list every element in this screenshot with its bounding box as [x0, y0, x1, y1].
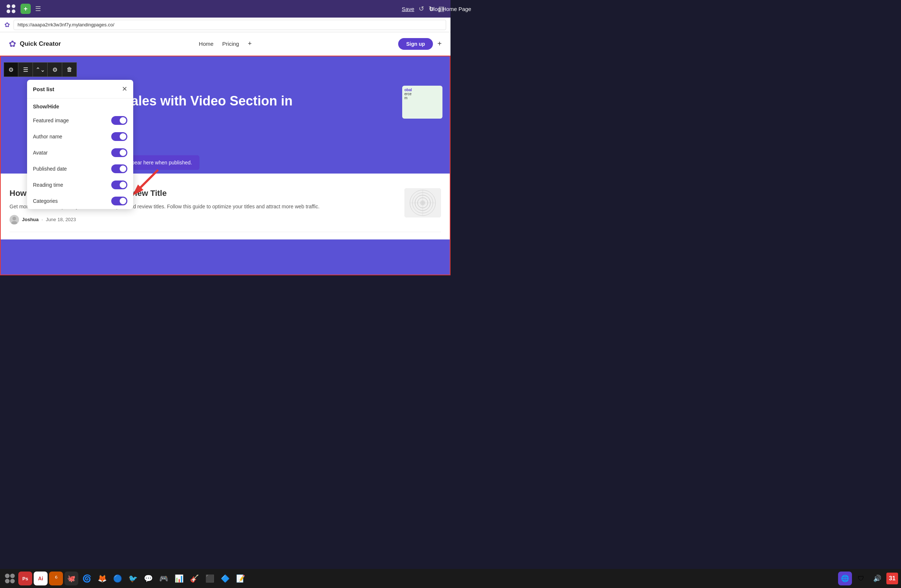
hero-text: g Sales with Video Section in: [111, 93, 413, 109]
toggle-row-featured-image: Featured image: [27, 112, 133, 128]
published-date-label: Published date: [33, 166, 67, 172]
svg-point-3: [12, 9, 16, 13]
published-date-toggle[interactable]: [111, 164, 127, 173]
post-meta: Joshua · June 18, 2023: [9, 215, 397, 225]
nav-right-add-button[interactable]: +: [437, 39, 442, 48]
svg-point-1: [12, 5, 16, 8]
post-author-name: Joshua: [22, 217, 39, 222]
url-logo: ✿: [5, 21, 10, 29]
top-bar-left: + ☰: [6, 4, 41, 14]
url-bar: ✿: [0, 17, 450, 32]
toggle-row-avatar: Avatar: [27, 145, 133, 161]
main-content: ⚙ ☰ ⌃⌄ ⚙ 🗑 Post list ✕ Show/Hide Feature…: [0, 56, 450, 275]
top-bar: + ☰ Blog Home Page Save ↺ ↻ ▤: [0, 0, 450, 17]
brand: ✿ Quick Creator: [9, 39, 61, 49]
right-thumb: obal erce m: [402, 86, 443, 119]
show-hide-section-label: Show/Hide: [27, 98, 133, 112]
svg-point-7: [11, 221, 17, 225]
top-bar-logo: [6, 4, 16, 14]
toggle-row-author-name: Author name: [27, 128, 133, 145]
nav-links: Home Pricing +: [199, 40, 251, 48]
reading-time-label: Reading time: [33, 182, 63, 188]
avatar-toggle[interactable]: [111, 148, 127, 157]
svg-point-0: [6, 5, 10, 8]
page-title: Blog Home Page: [430, 6, 450, 12]
add-button[interactable]: +: [20, 4, 31, 14]
nav-link-pricing[interactable]: Pricing: [222, 41, 239, 47]
hero-heading: g Sales with Video Section in: [111, 93, 413, 109]
svg-point-6: [12, 217, 16, 220]
nav-link-home[interactable]: Home: [199, 41, 214, 47]
brand-name: Quick Creator: [20, 40, 61, 48]
popup-title: Post list: [33, 86, 54, 92]
signup-button[interactable]: Sign up: [398, 38, 433, 50]
url-input[interactable]: [14, 20, 446, 30]
categories-label: Categories: [33, 198, 58, 204]
list-button[interactable]: ☰: [18, 62, 33, 77]
post-date: June 18, 2023: [46, 217, 76, 222]
post-list-popup: Post list ✕ Show/Hide Featured image Aut…: [27, 80, 133, 209]
toggle-row-published-date: Published date: [27, 161, 133, 177]
avatar-label: Avatar: [33, 150, 48, 156]
edit-button[interactable]: ⚙: [48, 62, 62, 77]
post-thumbnail: [404, 188, 441, 217]
featured-image-toggle[interactable]: [111, 116, 127, 125]
settings-button[interactable]: ⚙: [4, 62, 18, 77]
toggle-row-reading-time: Reading time: [27, 177, 133, 193]
author-name-label: Author name: [33, 134, 62, 139]
categories-toggle[interactable]: [111, 197, 127, 205]
reading-time-toggle[interactable]: [111, 181, 127, 189]
popup-header: Post list ✕: [27, 80, 133, 98]
page-nav: ✿ Quick Creator Home Pricing + Sign up +: [0, 32, 450, 56]
move-button[interactable]: ⌃⌄: [33, 62, 48, 77]
menu-icon[interactable]: ☰: [35, 5, 41, 13]
brand-logo: ✿: [9, 39, 16, 49]
save-button[interactable]: Save: [402, 6, 414, 12]
hero-heading-text: g Sales with Video Section in: [111, 94, 292, 108]
svg-point-2: [6, 9, 10, 13]
post-date-separator: ·: [42, 217, 43, 222]
author-avatar: [9, 215, 19, 225]
toggle-row-categories: Categories: [27, 193, 133, 209]
nav-right: Sign up +: [398, 38, 442, 50]
popup-close-button[interactable]: ✕: [122, 85, 127, 93]
featured-image-label: Featured image: [33, 117, 69, 123]
nav-add-icon[interactable]: +: [248, 40, 252, 48]
author-name-toggle[interactable]: [111, 132, 127, 141]
delete-button[interactable]: 🗑: [62, 62, 77, 77]
undo-button[interactable]: ↺: [419, 5, 424, 13]
element-toolbar: ⚙ ☰ ⌃⌄ ⚙ 🗑: [4, 62, 77, 77]
